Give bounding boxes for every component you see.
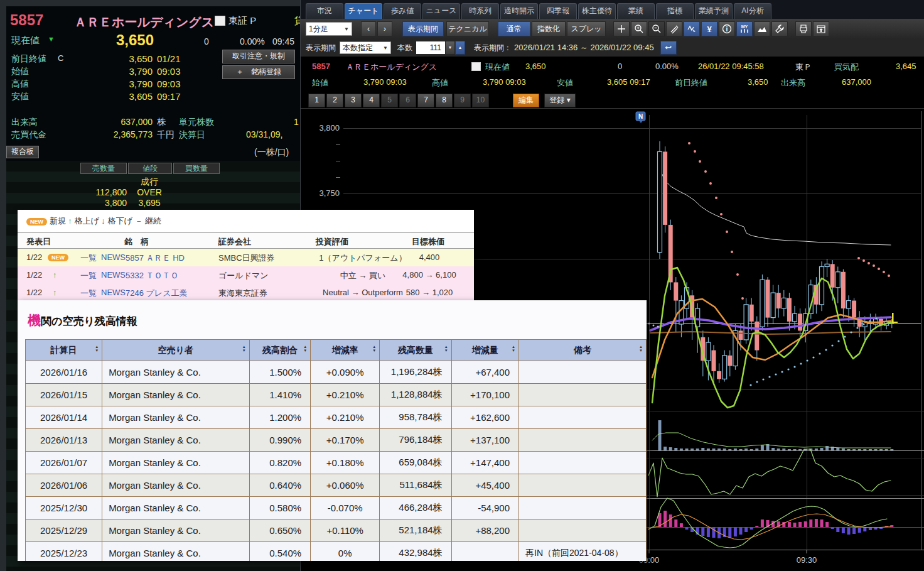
calc-date-link[interactable]: 2025/12/30 — [26, 497, 102, 519]
normal-mode-button[interactable]: 通常 — [498, 21, 530, 36]
tab-時系列[interactable]: 時系列 — [461, 3, 499, 19]
tab-ニュース[interactable]: ニュース — [422, 3, 460, 19]
short-seller-link[interactable]: Morgan Stanley & Co. — [102, 429, 250, 452]
sell-qty-cell[interactable]: 3,800 — [69, 198, 127, 208]
indexed-mode-button[interactable]: 指数化 — [532, 21, 566, 36]
short-seller-link[interactable]: Morgan Stanley & Co. — [102, 542, 250, 562]
trendline-cursor-icon[interactable] — [684, 21, 700, 36]
crosshair-icon[interactable] — [613, 21, 630, 36]
calc-date-link[interactable]: 2026/01/06 — [26, 474, 102, 497]
sort-icon[interactable]: ▲▼ — [303, 345, 307, 352]
next-button[interactable]: › — [377, 21, 392, 36]
news-link[interactable]: NEWS — [101, 270, 126, 280]
stock-link[interactable]: 7246 プレス工業 — [126, 288, 187, 299]
my-indicator-icon[interactable]: MY — [736, 21, 753, 36]
col-stock[interactable]: 銘 柄 — [124, 236, 149, 247]
sort-icon[interactable]: ▲▼ — [372, 345, 376, 352]
tab-チャート[interactable]: チャート — [345, 3, 382, 19]
zoom-out-icon[interactable] — [648, 21, 665, 36]
draw-pencil-icon[interactable] — [666, 21, 682, 36]
sort-icon[interactable]: ▲▼ — [639, 345, 643, 352]
tab-業績[interactable]: 業績 — [617, 3, 655, 19]
display-period-button[interactable]: 表示期間 — [402, 21, 444, 36]
chart-slot-6[interactable]: 6 — [399, 94, 416, 107]
tab-歩み値[interactable]: 歩み値 — [384, 3, 421, 19]
tab-業績予測[interactable]: 業績予測 — [695, 3, 733, 19]
short-seller-link[interactable]: Morgan Stanley & Co. — [102, 361, 250, 384]
list-icon[interactable] — [215, 16, 225, 26]
count-increment-button[interactable]: ▲ — [455, 41, 465, 55]
short-seller-link[interactable]: Morgan Stanley & Co. — [102, 497, 250, 519]
register-dropdown-button[interactable]: 登録 ▾ — [544, 94, 576, 107]
price-cell[interactable]: 3,695 — [128, 198, 171, 208]
chart-slot-1[interactable]: 1 — [308, 94, 325, 107]
col-target-price[interactable]: 目標株価 — [412, 236, 444, 247]
sell-qty-cell[interactable]: 112,800 — [69, 187, 127, 197]
short-seller-link[interactable]: Morgan Stanley & Co. — [102, 384, 250, 406]
short-col-5[interactable]: 残高数量▲▼ — [380, 340, 451, 361]
list-link[interactable]: 一覧 — [80, 288, 97, 299]
tab-株主優待[interactable]: 株主優待 — [578, 3, 616, 19]
stock-link[interactable]: 5332 ＴＯＴＯ — [126, 270, 179, 281]
composite-board-button[interactable]: 複合板 — [6, 146, 39, 158]
register-stock-button[interactable]: ＋ 銘柄登録 — [222, 65, 295, 79]
zoom-in-icon[interactable] — [631, 21, 647, 36]
short-col-3[interactable]: 残高割合▲▼ — [249, 340, 310, 361]
list-link[interactable]: 一覧 — [80, 253, 97, 264]
col-announce-date[interactable]: 発表日 — [26, 236, 51, 247]
price-cell[interactable]: 成行 — [128, 177, 171, 188]
tab-指標[interactable]: 指標 — [656, 3, 694, 19]
print-icon[interactable] — [795, 21, 812, 36]
chart-slot-10[interactable]: 10 — [472, 94, 489, 107]
chart-slot-3[interactable]: 3 — [345, 94, 362, 107]
tab-適時開示[interactable]: 適時開示 — [500, 3, 538, 19]
short-seller-link[interactable]: Morgan Stanley & Co. — [102, 474, 250, 497]
price-header[interactable]: 値段 — [128, 163, 172, 174]
tab-AI分析[interactable]: AI分析 — [734, 3, 771, 19]
count-decrement-button[interactable]: ▼ — [445, 41, 455, 55]
sort-icon[interactable]: ▲▼ — [95, 345, 99, 352]
chart-slot-4[interactable]: 4 — [363, 94, 380, 107]
news-link[interactable]: NEWS — [101, 288, 126, 297]
tab-四季報[interactable]: 四季報 — [539, 3, 577, 19]
short-col-7[interactable]: 備考▲▼ — [519, 340, 647, 361]
short-seller-link[interactable]: Morgan Stanley & Co. — [102, 519, 250, 542]
sort-icon[interactable]: ▲▼ — [512, 345, 515, 352]
chart-slot-5[interactable]: 5 — [381, 94, 398, 107]
calc-date-link[interactable]: 2026/01/14 — [26, 406, 102, 429]
chart-slot-7[interactable]: 7 — [417, 94, 434, 107]
chart-slot-9[interactable]: 9 — [454, 94, 471, 107]
area-chart-icon[interactable] — [754, 21, 770, 36]
calc-date-link[interactable]: 2026/01/13 — [26, 429, 102, 452]
col-broker[interactable]: 証券会社 — [218, 236, 251, 247]
count-mode-select[interactable]: 本数指定 ▼ — [340, 41, 391, 54]
buy-qty-header[interactable]: 買数量 — [173, 163, 220, 174]
stock-link[interactable]: 5857 ＡＲＥ HD — [126, 253, 185, 264]
yen-price-icon[interactable]: ¥ — [701, 21, 717, 36]
count-input[interactable]: 111 — [416, 41, 445, 54]
prev-button[interactable]: ‹ — [361, 21, 376, 36]
trade-caution-button[interactable]: 取引注意・規制 — [222, 50, 295, 63]
col-rating[interactable]: 投資評価 — [316, 236, 348, 247]
news-link[interactable]: NEWS — [101, 253, 126, 262]
calc-date-link[interactable]: 2025/12/29 — [26, 519, 102, 542]
chart-slot-8[interactable]: 8 — [436, 94, 453, 107]
edit-button[interactable]: 編集 — [513, 94, 539, 107]
spread-mode-button[interactable]: スプレッド — [567, 21, 606, 36]
short-col-4[interactable]: 増減率▲▼ — [311, 340, 380, 361]
price-cell[interactable]: OVER — [128, 187, 171, 197]
sort-icon[interactable]: ▲▼ — [444, 345, 448, 352]
tab-市況[interactable]: 市況 — [306, 3, 343, 19]
sort-icon[interactable]: ▲▼ — [242, 345, 246, 352]
calc-date-link[interactable]: 2026/01/16 — [26, 361, 102, 384]
reset-range-button[interactable]: ↩ — [660, 41, 677, 55]
short-seller-link[interactable]: Morgan Stanley & Co. — [102, 452, 250, 474]
export-window-icon[interactable] — [813, 21, 829, 36]
short-col-6[interactable]: 増減量▲▼ — [451, 340, 518, 361]
list-link[interactable]: 一覧 — [80, 270, 97, 281]
sell-qty-header[interactable]: 売数量 — [80, 163, 127, 174]
chart-slot-2[interactable]: 2 — [326, 94, 343, 107]
short-seller-link[interactable]: Morgan Stanley & Co. — [102, 406, 250, 429]
calc-date-link[interactable]: 2025/12/23 — [26, 542, 102, 562]
short-col-1[interactable]: 計算日▲▼ — [26, 340, 102, 361]
